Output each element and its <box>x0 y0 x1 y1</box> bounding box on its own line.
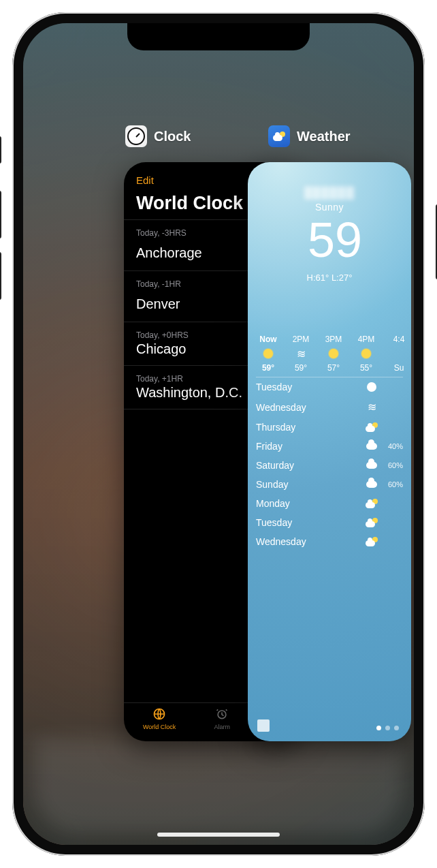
sun-icon <box>263 349 273 358</box>
wind-icon: ≋ <box>368 401 376 414</box>
page-dot[interactable] <box>385 726 390 730</box>
daily-forecast[interactable]: TuesdayWednesday≋ThursdayFriday40%Saturd… <box>256 377 403 551</box>
clock-app-icon <box>125 125 147 147</box>
daily-row: Tuesday <box>256 377 403 397</box>
hourly-forecast[interactable]: Now59°2PM≋59°3PM57°4PM55°4:4Su <box>256 335 411 373</box>
daily-row: Wednesday <box>256 532 403 551</box>
page-dots[interactable] <box>376 726 399 730</box>
app-switcher[interactable]: Clock Weather Edit World Clock Today, -3… <box>23 23 414 845</box>
daily-row: Sunday60% <box>256 475 403 494</box>
city-name: Anchorage <box>136 245 202 261</box>
hour-temp: 59° <box>262 363 274 373</box>
alarm-icon <box>215 707 229 722</box>
hour-temp: 55° <box>360 363 372 373</box>
hour-label: 2PM <box>293 335 310 344</box>
day-name: Wednesday <box>256 402 365 413</box>
city-name: Denver <box>136 296 180 312</box>
city-name: Washington, D.C. <box>136 385 242 401</box>
home-indicator[interactable] <box>157 833 280 837</box>
day-name: Monday <box>256 498 365 509</box>
precip-chance: 40% <box>383 442 403 450</box>
hour-label: Now <box>259 335 276 344</box>
hour-label: 4:4 <box>393 335 405 344</box>
hour-label: 3PM <box>325 335 342 344</box>
tab-label: Alarm <box>214 724 230 730</box>
location-name: ██████ <box>256 187 403 199</box>
hour-temp: 57° <box>327 363 340 373</box>
current-temperature: 59 <box>261 215 408 264</box>
app-label-weather[interactable]: Weather <box>268 125 351 147</box>
hour-temp: 59° <box>295 363 307 373</box>
daily-row: Wednesday≋ <box>256 397 403 418</box>
mute-switch <box>0 136 1 164</box>
precip-chance: 60% <box>383 480 403 489</box>
tab-alarm[interactable]: Alarm <box>214 707 230 730</box>
cloud-icon <box>366 481 377 488</box>
sun-icon <box>361 349 371 358</box>
day-name: Saturday <box>256 460 365 471</box>
daily-row: Monday <box>256 494 403 513</box>
day-name: Friday <box>256 441 365 452</box>
day-name: Tuesday <box>256 382 365 392</box>
city-name: Chicago <box>136 341 186 357</box>
high-low: H:61° L:27° <box>256 273 403 283</box>
weather-condition: Sunny <box>256 202 403 213</box>
globe-icon <box>152 707 166 722</box>
daily-row: Thursday <box>256 418 403 437</box>
app-card-weather[interactable]: ██████ Sunny 59 H:61° L:27° Now59°2PM≋59… <box>248 162 411 741</box>
sun-icon <box>329 349 338 358</box>
app-name: Weather <box>297 129 351 144</box>
page-dot[interactable] <box>376 726 381 730</box>
partly-cloudy-icon <box>366 518 378 527</box>
hourly-column: 4:4Su <box>387 335 411 373</box>
sun-icon <box>367 382 376 392</box>
daily-row: Tuesday <box>256 513 403 532</box>
hour-label: 4PM <box>358 335 375 344</box>
app-label-clock[interactable]: Clock <box>125 125 191 147</box>
phone-frame: Clock Weather Edit World Clock Today, -3… <box>12 12 425 856</box>
cloud-icon <box>366 443 377 450</box>
hourly-column: 3PM57° <box>321 335 346 373</box>
hourly-column: Now59° <box>256 335 280 373</box>
partly-cloudy-icon <box>366 499 378 508</box>
daily-row: Friday40% <box>256 437 403 456</box>
precip-chance: 60% <box>383 461 403 469</box>
hourly-column: 4PM55° <box>354 335 378 373</box>
volume-up-button <box>0 191 1 238</box>
day-name: Wednesday <box>256 536 365 547</box>
wind-icon: ≋ <box>297 347 306 360</box>
app-name: Clock <box>154 129 191 144</box>
partly-cloudy-icon <box>366 422 378 432</box>
volume-down-button <box>0 252 1 300</box>
hour-temp: Su <box>394 363 404 373</box>
page-dot[interactable] <box>394 726 399 730</box>
tab-world-clock[interactable]: World Clock <box>143 707 176 730</box>
day-name: Tuesday <box>256 517 365 528</box>
weather-source-icon <box>257 719 270 732</box>
hourly-column: 2PM≋59° <box>289 335 313 373</box>
daily-row: Saturday60% <box>256 456 403 475</box>
weather-app-icon <box>268 125 290 147</box>
tab-label: World Clock <box>143 724 176 730</box>
screen: Clock Weather Edit World Clock Today, -3… <box>23 23 414 845</box>
cloud-icon <box>366 462 377 469</box>
notch <box>127 23 310 50</box>
day-name: Thursday <box>256 422 365 433</box>
partly-cloudy-icon <box>366 537 378 546</box>
day-name: Sunday <box>256 479 365 490</box>
